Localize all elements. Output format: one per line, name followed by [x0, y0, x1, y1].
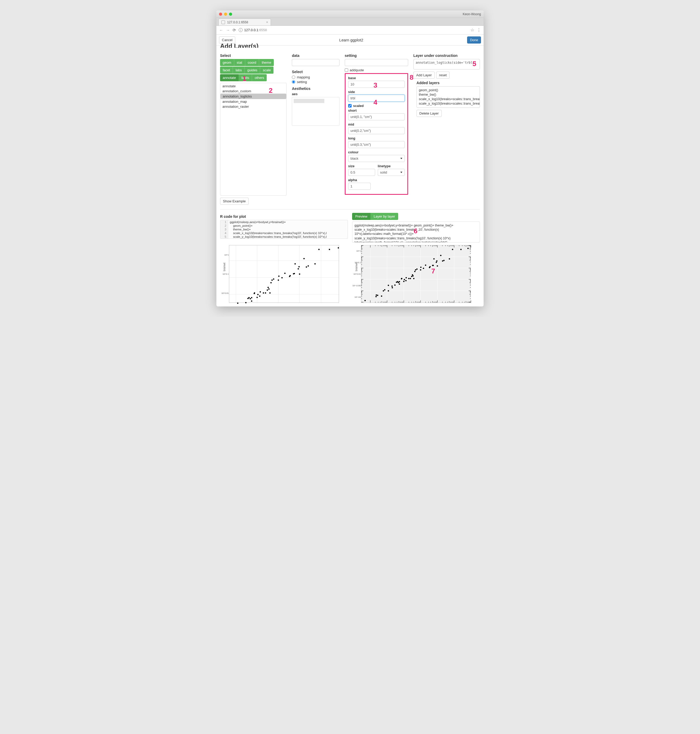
added-layers-box[interactable]: geom_point()theme_bw()scale_x_log10(brea… [416, 86, 480, 108]
pill-scale[interactable]: scale [260, 66, 273, 74]
code-editor[interactable]: 1ggplot(msleep,aes(x=bodywt,y=brainwt))+… [220, 220, 348, 239]
added-layers-label: Added layers [416, 81, 480, 85]
size-label: size [348, 164, 375, 168]
data-label: data [292, 53, 340, 57]
pill-facet[interactable]: facet [220, 66, 233, 74]
pill-labs[interactable]: labs [233, 66, 245, 74]
short-input[interactable] [348, 113, 405, 120]
colour-select[interactable]: black [348, 155, 405, 162]
profile-name: Keon-Woong [463, 12, 481, 16]
maximize-window-icon[interactable] [229, 13, 232, 16]
tab-preview[interactable]: Preview [352, 213, 371, 220]
aesthetics-label: Aesthetics [292, 87, 340, 91]
pill-annotate[interactable]: annotate [220, 74, 239, 81]
titlebar: Keon-Woong [216, 10, 484, 18]
select-mode-label: Select [292, 70, 340, 74]
traffic-lights [219, 13, 232, 16]
page-content: Add Layer(s) Select geomstatcoordthemefa… [216, 46, 484, 307]
marker-7: 7 [431, 267, 435, 275]
marker-4: 4 [374, 98, 377, 106]
close-window-icon[interactable] [219, 13, 222, 16]
ylabel-left: brainwt [223, 263, 226, 271]
pill-coord[interactable]: coord [245, 59, 259, 66]
alpha-input[interactable] [348, 183, 371, 190]
setting-label: setting [345, 53, 408, 57]
done-button[interactable]: Done [467, 37, 481, 44]
cancel-button[interactable]: Cancel [219, 37, 235, 44]
long-input[interactable] [348, 141, 405, 148]
pill-guides[interactable]: guides [245, 66, 260, 74]
marker-6: 6 [414, 227, 417, 235]
pill-geom[interactable]: geom [220, 59, 234, 66]
alpha-label: alpha [348, 178, 371, 182]
chevron-down-icon [400, 172, 402, 173]
list-item[interactable]: annotation_custom [220, 88, 286, 94]
setting-radio[interactable]: setting [292, 80, 340, 84]
tab-title: 127.0.0.1:6558 [227, 21, 264, 24]
marker-1: 1 [243, 75, 246, 83]
minimize-window-icon[interactable] [224, 13, 227, 16]
base-label: base [348, 76, 405, 80]
marker-2: 2 [269, 87, 272, 94]
aes-box[interactable] [292, 97, 340, 126]
list-item[interactable]: annotate [220, 84, 286, 88]
linetype-select[interactable]: solid [378, 169, 405, 176]
aes-label: aes [292, 92, 340, 96]
app-title: Learn ggplot2 [339, 38, 363, 42]
select-label: Select [220, 53, 287, 57]
site-info-icon[interactable]: i [239, 28, 243, 32]
list-item[interactable]: annotation_logticks [220, 94, 286, 99]
pill-others[interactable]: others [252, 74, 267, 81]
addquote-check[interactable]: addquote [345, 68, 408, 72]
ylabel-right: brainwt [355, 263, 358, 271]
pill-stat[interactable]: stat [234, 59, 245, 66]
setting-input[interactable] [345, 59, 408, 66]
long-label: long [348, 136, 405, 140]
mid-input[interactable] [348, 127, 405, 134]
under-construction-label: Layer under construction [413, 53, 480, 57]
aes-placeholder [294, 99, 324, 103]
forward-icon: → [226, 28, 230, 32]
page-heading: Add Layer(s) [220, 43, 480, 48]
mid-label: mid [348, 122, 405, 126]
marker-3: 3 [374, 81, 377, 89]
favicon-icon [221, 21, 225, 24]
layer-under-construction[interactable]: annotation_logticks(side='trbl') [413, 59, 480, 69]
list-item[interactable]: annotation_raster [220, 104, 286, 109]
tab-strip: 127.0.0.1:6558 × [216, 18, 484, 26]
short-label: short [348, 109, 405, 112]
back-icon[interactable]: ← [219, 28, 223, 32]
show-example-button[interactable]: Show Example [220, 198, 249, 205]
menu-icon[interactable]: ⋮ [477, 28, 481, 32]
colour-label: colour [348, 150, 405, 154]
data-input[interactable] [292, 59, 340, 66]
url-port: :6558 [258, 28, 267, 32]
url-host: 127.0.0.1 [244, 28, 258, 32]
bookmark-icon[interactable]: ☆ [471, 28, 474, 32]
layer-function-list[interactable]: annotateannotation_customannotation_logt… [220, 83, 287, 196]
plot-left: 10^0.0110^0.110^1 [229, 245, 339, 303]
rcode-label: R code for plot [220, 214, 348, 219]
mapping-radio[interactable]: mapping [292, 75, 340, 79]
settings-panel: base side scaled short mid long colourbl… [345, 73, 408, 195]
address-bar: ← → ⟳ i 127.0.0.1:6558 ☆ ⋮ [216, 26, 484, 35]
tab-layer-by-layer[interactable]: Layer by layer [371, 213, 398, 220]
size-input[interactable] [348, 169, 375, 176]
preview-tabs: Preview Layer by layer [352, 213, 398, 220]
reload-icon[interactable]: ⟳ [232, 28, 236, 32]
pill-theme[interactable]: theme [259, 59, 274, 66]
plot-right: 10^-0410^-0.00110^0.0110^0.110^1 [361, 245, 471, 303]
linetype-label: linetype [378, 164, 405, 168]
reset-button[interactable]: reset [436, 72, 450, 79]
add-layer-button[interactable]: Add Layer [413, 72, 435, 79]
marker-8: 8 [410, 74, 413, 81]
url-field[interactable]: i 127.0.0.1:6558 [239, 28, 468, 32]
marker-5: 5 [473, 60, 476, 68]
delete-layer-button[interactable]: Delete Layer [416, 110, 442, 117]
browser-tab[interactable]: 127.0.0.1:6558 × [219, 19, 271, 25]
list-item[interactable]: annotation_map [220, 99, 286, 104]
close-tab-icon[interactable]: × [266, 21, 268, 24]
browser-window: Keon-Woong 127.0.0.1:6558 × ← → ⟳ i 127.… [216, 10, 484, 307]
layer-type-tabs: geomstatcoordthemefacetlabsguidesscalean… [220, 59, 287, 81]
side-label: side [348, 90, 405, 94]
